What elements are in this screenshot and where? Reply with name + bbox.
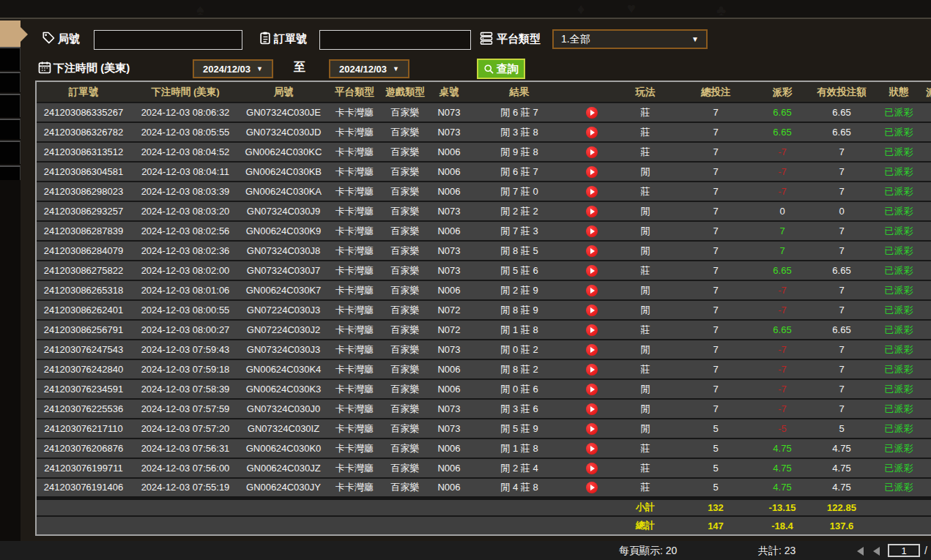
col-play-method: 玩法 <box>615 82 675 102</box>
game-type-cell: 百家樂 <box>382 320 428 340</box>
result-cell: 閒 3 莊 8 <box>470 122 568 142</box>
status-cell: 已派彩 <box>875 261 923 280</box>
bet-time-cell: 2024-12-03 08:05:55 <box>130 122 240 142</box>
platform-type-dropdown[interactable]: 1.全部 ▼ <box>552 29 708 49</box>
play-video-icon[interactable] <box>586 166 598 178</box>
left-rail <box>0 20 21 560</box>
total-bet-cell: 7 <box>675 320 756 340</box>
col-total-bet: 總投注 <box>675 82 756 102</box>
col-partial-clipped: 派 <box>923 82 931 102</box>
play-video-icon[interactable] <box>586 403 598 415</box>
play-video-icon[interactable] <box>586 463 598 474</box>
play-video-icon[interactable] <box>586 225 598 237</box>
play-video-icon[interactable] <box>586 206 598 217</box>
video-cell <box>568 399 615 419</box>
background-menu-item <box>0 72 21 92</box>
status-cell: 已派彩 <box>875 241 923 261</box>
video-cell <box>568 300 615 320</box>
total-bet-cell: 7 <box>675 221 756 241</box>
date-to-selector[interactable]: 2024/12/03 ▼ <box>329 59 409 78</box>
payout-cell: 6.65 <box>756 320 809 340</box>
status-cell: 已派彩 <box>875 122 923 142</box>
game-no-cell: GN00624C030JY <box>240 478 327 498</box>
partial-cell <box>923 419 931 438</box>
diamond-decoration-icon: ♦ <box>577 1 585 18</box>
platform-cell: 卡卡灣廳 <box>327 102 382 122</box>
bet-time-cell: 2024-12-03 08:02:00 <box>130 261 240 280</box>
partial-cell <box>923 142 931 162</box>
total-bet-cell: 7 <box>675 399 756 419</box>
grand-total-row: 總計 147 -18.4 137.6 <box>37 516 931 534</box>
payout-cell: 6.65 <box>756 122 809 142</box>
table-row: 241203086275822 2024-12-03 08:02:00 GN07… <box>37 261 931 280</box>
valid-bet-cell: 4.75 <box>809 478 875 498</box>
club-decoration-icon: ♣ <box>716 2 726 19</box>
bet-time-cell: 2024-12-03 08:00:27 <box>130 320 240 340</box>
platform-type-value: 1.全部 <box>561 33 590 46</box>
play-video-icon[interactable] <box>586 364 598 376</box>
valid-bet-cell: 4.75 <box>809 458 875 478</box>
play-video-icon[interactable] <box>586 107 598 119</box>
game-type-cell: 百家樂 <box>382 182 428 201</box>
date-from-selector[interactable]: 2024/12/03 ▼ <box>193 59 273 78</box>
first-page-button[interactable] <box>857 547 864 556</box>
game-no-input[interactable] <box>94 30 242 50</box>
status-cell: 已派彩 <box>875 280 923 300</box>
play-video-icon[interactable] <box>586 186 598 198</box>
page-number-input[interactable] <box>888 544 920 557</box>
order-no-cell: 241203076191406 <box>37 478 130 498</box>
play-video-icon[interactable] <box>586 285 598 296</box>
table-no-cell: N006 <box>428 458 470 478</box>
background-menu-item <box>0 165 21 180</box>
order-no-cell: 241203076242840 <box>37 359 130 379</box>
play-video-icon[interactable] <box>586 127 598 138</box>
video-cell <box>568 201 615 221</box>
col-game-no: 局號 <box>240 82 327 102</box>
payout-cell: 7 <box>756 221 809 241</box>
play-video-icon[interactable] <box>586 265 598 277</box>
play-method-cell: 莊 <box>615 458 675 478</box>
col-video <box>568 82 615 102</box>
status-cell: 已派彩 <box>875 399 923 419</box>
game-no-cell: GN00624C030K3 <box>240 379 327 399</box>
play-video-icon[interactable] <box>586 344 598 356</box>
play-method-cell: 閒 <box>615 340 675 359</box>
order-no-input[interactable] <box>319 30 471 50</box>
play-video-icon[interactable] <box>586 324 598 336</box>
pagination-bar: 每頁顯示: 20 共計: 23 / 2 <box>0 541 931 560</box>
play-video-icon[interactable] <box>586 305 598 316</box>
background-menu-item <box>0 47 21 70</box>
bet-time-cell: 2024-12-03 08:04:11 <box>130 162 240 182</box>
play-video-icon[interactable] <box>586 384 598 395</box>
chevron-down-icon: ▼ <box>691 35 699 43</box>
partial-cell <box>923 379 931 399</box>
total-bet-cell: 5 <box>675 419 756 438</box>
video-cell <box>568 102 615 122</box>
search-button[interactable]: 查詢 <box>477 59 525 79</box>
valid-bet-cell: 7 <box>809 379 875 399</box>
grand-total-valid-bet: 137.6 <box>809 516 875 534</box>
sidebar-collapse-handle[interactable] <box>0 20 21 48</box>
result-cell: 閒 5 莊 6 <box>470 261 568 280</box>
subtotal-label: 小計 <box>615 498 675 516</box>
partial-cell <box>923 241 931 261</box>
result-cell: 閒 1 莊 8 <box>470 320 568 340</box>
platform-cell: 卡卡灣廳 <box>327 320 382 340</box>
prev-page-button[interactable] <box>873 547 880 556</box>
play-video-icon[interactable] <box>586 443 598 455</box>
partial-cell <box>923 102 931 122</box>
play-video-icon[interactable] <box>586 146 598 158</box>
bet-time-cell: 2024-12-03 08:00:55 <box>130 300 240 320</box>
calendar-icon <box>37 60 52 75</box>
platform-cell: 卡卡灣廳 <box>327 221 382 241</box>
play-video-icon[interactable] <box>586 423 598 435</box>
grand-total-payout: -18.4 <box>756 516 809 534</box>
total-bet-cell: 7 <box>675 122 756 142</box>
table-row: 241203086326782 2024-12-03 08:05:55 GN07… <box>37 122 931 142</box>
result-cell: 閒 8 莊 2 <box>470 359 568 379</box>
play-video-icon[interactable] <box>586 482 598 493</box>
valid-bet-cell: 5 <box>809 419 875 438</box>
play-video-icon[interactable] <box>586 245 598 257</box>
subtotal-row: 小計 132 -13.15 122.85 <box>37 498 931 516</box>
status-cell: 已派彩 <box>875 379 923 399</box>
